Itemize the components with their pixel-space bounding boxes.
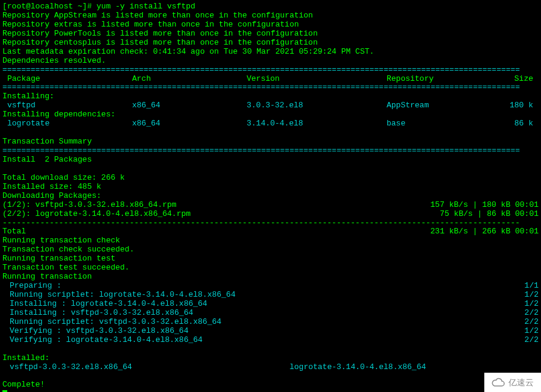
header-repository: Repository [387, 75, 504, 84]
step-label: Running scriptlet: vsftpd-3.0.3-32.el8.x… [2, 318, 221, 327]
transaction-test-ok: Transaction test succeeded. [2, 264, 539, 273]
blank-line [2, 165, 539, 174]
dash-divider: ----------------------------------------… [2, 219, 539, 228]
installing-deps-label: Installing dependencies: [2, 110, 539, 119]
step-row: Installing : vsftpd-3.0.3-32.el8.x86_64 … [2, 309, 539, 318]
divider: ========================================… [2, 147, 539, 156]
pkg-version: 3.0.3-32.el8 [247, 101, 387, 110]
divider: ========================================… [2, 83, 539, 92]
step-counter: 2/2 [525, 336, 539, 345]
step-counter: 1/2 [525, 291, 539, 300]
deps-resolved: Dependencies resolved. [2, 57, 539, 66]
blank-line [2, 371, 539, 381]
cursor-line[interactable] [2, 390, 539, 392]
step-label: Preparing : [2, 282, 62, 291]
repo-warning: Repository centosplus is listed more tha… [2, 39, 539, 48]
command-prompt: [root@localhost ~]# yum -y install vsftp… [2, 2, 539, 11]
repo-warning: Repository AppStream is listed more than… [2, 11, 539, 21]
step-row: Preparing : 1/1 [2, 282, 539, 291]
table-header: Package Arch Version Repository Size [2, 75, 539, 84]
pkg-arch: x86_64 [132, 119, 247, 128]
pkg-size: 180 k [504, 101, 533, 110]
repo-warning: Repository extras is listed more than on… [2, 21, 539, 30]
total-row: Total 231 kB/s | 266 kB 00:01 [2, 227, 539, 236]
installed-package: logrotate-3.14.0-4.el8.x86_64 [289, 363, 426, 372]
header-package: Package [2, 75, 132, 84]
header-version: Version [247, 75, 387, 84]
transaction-test: Running transaction test [2, 254, 539, 264]
watermark: 亿速云 [484, 373, 541, 392]
step-label: Verifying : vsftpd-3.0.3-32.el8.x86_64 [2, 327, 188, 336]
installed-package: vsftpd-3.0.3-32.el8.x86_64 [2, 363, 289, 372]
step-counter: 1/2 [525, 327, 539, 336]
pkg-name: vsftpd [2, 101, 132, 110]
total-download-size: Total download size: 266 k [2, 174, 539, 183]
transaction-summary: Transaction Summary [2, 138, 539, 147]
pkg-repo: AppStream [387, 101, 504, 110]
table-row: vsftpd x86_64 3.0.3-32.el8 AppStream 180… [2, 101, 539, 110]
step-counter: 1/1 [525, 282, 539, 291]
header-size: Size [504, 75, 533, 84]
table-row: logrotate x86_64 3.14.0-4.el8 base 86 k [2, 119, 539, 128]
pkg-name: logrotate [2, 119, 132, 128]
step-label: Verifying : logrotate-3.14.0-4.el8.x86_6… [2, 336, 203, 345]
download-row: (2/2): logrotate-3.14.0-4.el8.x86_64.rpm… [2, 210, 539, 219]
step-row: Installing : logrotate-3.14.0-4.el8.x86_… [2, 300, 539, 309]
blank-line [2, 128, 539, 138]
download-row: (1/2): vsftpd-3.0.3-32.el8.x86_64.rpm 15… [2, 201, 539, 210]
pkg-size: 86 k [504, 119, 533, 128]
running-transaction: Running transaction [2, 273, 539, 282]
pkg-arch: x86_64 [132, 101, 247, 110]
step-counter: 2/2 [525, 309, 539, 318]
divider: ========================================… [2, 66, 539, 75]
cloud-icon [492, 378, 505, 387]
complete: Complete! [2, 381, 539, 390]
pkg-repo: base [387, 119, 504, 128]
downloading-label: Downloading Packages: [2, 192, 539, 201]
step-counter: 1/2 [525, 300, 539, 309]
transaction-check: Running transaction check [2, 236, 539, 245]
step-row: Running scriptlet: logrotate-3.14.0-4.el… [2, 291, 539, 300]
download-stats: 75 kB/s | 86 kB 00:01 [440, 210, 539, 219]
metadata-check: Last metadata expiration check: 0:41:34 … [2, 48, 539, 57]
step-row: Running scriptlet: vsftpd-3.0.3-32.el8.x… [2, 318, 539, 327]
repo-warning: Repository PowerTools is listed more tha… [2, 30, 539, 39]
step-row: Verifying : logrotate-3.14.0-4.el8.x86_6… [2, 336, 539, 345]
step-counter: 2/2 [525, 318, 539, 327]
installing-label: Installing: [2, 92, 539, 101]
step-label: Installing : vsftpd-3.0.3-32.el8.x86_64 [2, 309, 193, 318]
blank-line [2, 345, 539, 354]
watermark-text: 亿速云 [508, 378, 534, 387]
install-count: Install 2 Packages [2, 156, 539, 165]
transaction-check-ok: Transaction check succeeded. [2, 245, 539, 254]
installed-label: Installed: [2, 354, 539, 363]
step-row: Verifying : vsftpd-3.0.3-32.el8.x86_64 1… [2, 327, 539, 336]
step-label: Running scriptlet: logrotate-3.14.0-4.el… [2, 291, 235, 300]
download-name: (1/2): vsftpd-3.0.3-32.el8.x86_64.rpm [2, 201, 177, 210]
installed-size: Installed size: 485 k [2, 183, 539, 192]
download-name: (2/2): logrotate-3.14.0-4.el8.x86_64.rpm [2, 210, 191, 219]
download-stats: 157 kB/s | 180 kB 00:01 [431, 201, 539, 210]
header-arch: Arch [132, 75, 247, 84]
pkg-version: 3.14.0-4.el8 [247, 119, 387, 128]
installed-row: vsftpd-3.0.3-32.el8.x86_64 logrotate-3.1… [2, 363, 539, 372]
total-label: Total [2, 227, 26, 236]
total-stats: 231 kB/s | 266 kB 00:01 [431, 227, 539, 236]
terminal-output[interactable]: [root@localhost ~]# yum -y install vsftp… [2, 2, 539, 392]
step-label: Installing : logrotate-3.14.0-4.el8.x86_… [2, 300, 207, 309]
